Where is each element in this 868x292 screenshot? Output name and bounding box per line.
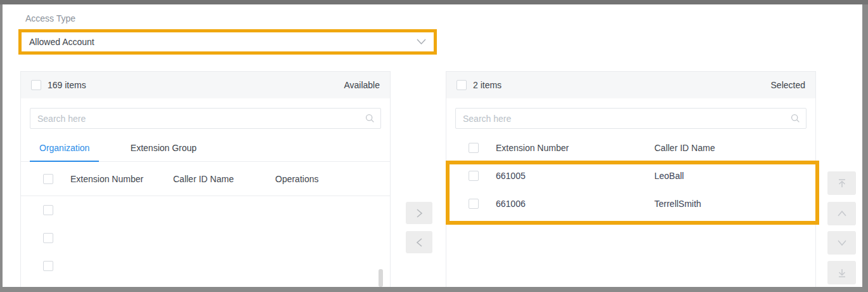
move-up-button[interactable] — [827, 202, 856, 225]
available-search — [30, 108, 381, 129]
selected-count: 2 items — [473, 80, 502, 90]
transfer-page: Access Type Allowed Account 169 items Av… — [3, 4, 862, 287]
row-checkbox[interactable] — [43, 205, 53, 215]
column-caller-id-name: Caller ID Name — [173, 174, 275, 184]
table-row-redacted[interactable] — [21, 196, 390, 224]
available-panel: 169 items Available Organization Extensi… — [20, 71, 391, 287]
move-to-available-button[interactable] — [406, 231, 432, 253]
search-icon — [791, 114, 800, 123]
selected-search — [455, 108, 806, 129]
row-checkbox[interactable] — [43, 261, 53, 271]
tab-organization[interactable]: Organization — [30, 143, 99, 162]
row-checkbox[interactable] — [469, 171, 479, 181]
tab-extension-group[interactable]: Extension Group — [121, 143, 206, 161]
available-count: 169 items — [48, 80, 86, 90]
table-row-redacted[interactable] — [21, 252, 390, 280]
table-row-redacted[interactable] — [21, 224, 390, 252]
available-search-input[interactable] — [30, 108, 381, 129]
screenshot-frame: Access Type Allowed Account 169 items Av… — [0, 0, 868, 292]
selected-table-select-all-checkbox[interactable] — [469, 143, 479, 153]
move-to-top-button[interactable] — [827, 171, 856, 195]
move-to-selected-button[interactable] — [406, 202, 432, 224]
available-select-all-checkbox[interactable] — [31, 80, 41, 90]
cell-caller-id-name: LeoBall — [654, 171, 815, 181]
cell-caller-id-name: TerrellSmith — [654, 199, 815, 209]
access-type-value: Allowed Account — [29, 37, 417, 47]
available-side-label: Available — [344, 80, 380, 90]
column-operations: Operations — [275, 174, 390, 184]
selected-side-label: Selected — [771, 80, 805, 90]
available-scrollbar-thumb[interactable] — [379, 269, 383, 287]
chevron-down-icon — [417, 39, 426, 45]
access-type-highlight-annotation: Allowed Account — [18, 29, 437, 55]
chevron-left-icon — [416, 237, 423, 248]
available-panel-header: 169 items Available — [21, 72, 390, 98]
move-to-bottom-button[interactable] — [827, 261, 856, 284]
selected-panel-header: 2 items Selected — [446, 72, 815, 98]
move-down-button[interactable] — [827, 231, 856, 255]
row-checkbox[interactable] — [469, 199, 479, 209]
table-row-661005[interactable]: 661005 LeoBall — [446, 162, 815, 190]
search-icon — [365, 114, 375, 123]
available-table-select-all-checkbox[interactable] — [43, 174, 53, 184]
column-extension-number: Extension Number — [496, 143, 654, 153]
available-tabs: Organization Extension Group — [21, 142, 390, 162]
cell-extension-number: 661006 — [496, 199, 654, 209]
selected-table-header: Extension Number Caller ID Name — [446, 134, 815, 162]
column-caller-id-name: Caller ID Name — [654, 143, 815, 153]
access-type-label: Access Type — [25, 13, 75, 23]
available-table-header: Extension Number Caller ID Name Operatio… — [21, 162, 390, 196]
arrow-up-to-top-icon — [837, 178, 847, 189]
access-type-select[interactable]: Allowed Account — [22, 32, 434, 51]
cell-extension-number: 661005 — [496, 171, 654, 181]
column-extension-number: Extension Number — [70, 174, 173, 184]
table-row-661006[interactable]: 661006 TerrellSmith — [446, 190, 815, 218]
chevron-up-icon — [837, 210, 847, 217]
chevron-right-icon — [416, 208, 423, 218]
row-checkbox[interactable] — [43, 233, 53, 243]
arrow-down-to-bottom-icon — [837, 268, 847, 278]
selected-search-input[interactable] — [455, 108, 806, 129]
selected-panel: 2 items Selected Extension Number Caller… — [446, 71, 816, 287]
selected-select-all-checkbox[interactable] — [457, 80, 467, 90]
chevron-down-icon — [837, 239, 847, 246]
